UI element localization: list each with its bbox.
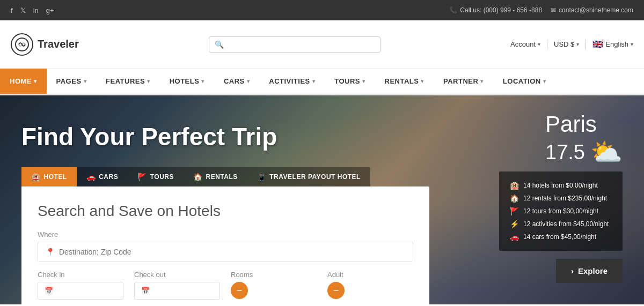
- stat-hotels-text: 14 hotels from $0,00/night: [523, 182, 598, 189]
- city-name: Paris: [545, 111, 623, 137]
- calendar-icon-checkin: 📅: [45, 287, 53, 295]
- stat-rentals-text: 12 rentals from $235,00/night: [523, 195, 607, 202]
- nav-rentals[interactable]: RENTALS ▾: [375, 69, 434, 94]
- stat-rentals: 🏠 12 rentals from $235,00/night: [510, 192, 612, 205]
- nav-location-label: LOCATION: [503, 77, 541, 85]
- stat-hotels: 🏨 14 hotels from $0,00/night: [510, 179, 612, 192]
- tab-hotel[interactable]: 🏨 HOTEL: [21, 167, 77, 186]
- cars-stat-icon: 🚗: [510, 233, 519, 241]
- nav-pages[interactable]: PAGES ▾: [47, 69, 97, 94]
- divider2: [586, 39, 586, 50]
- hotel-tab-icon: 🏨: [31, 173, 41, 181]
- divider: [547, 39, 547, 50]
- nav-features-label: FEATURES: [106, 77, 145, 85]
- language-label: English: [605, 40, 628, 48]
- twitter-link[interactable]: 𝕏: [20, 6, 26, 14]
- nav-location[interactable]: LOCATION ▾: [493, 69, 555, 94]
- facebook-link[interactable]: f: [11, 6, 13, 14]
- nav-cars-chevron: ▾: [247, 78, 250, 84]
- search-box[interactable]: 🔍: [209, 36, 380, 53]
- language-chevron-icon: ▾: [631, 41, 633, 47]
- nav-activities-label: ACTIVITIES: [269, 77, 310, 85]
- hero-title: Find Your Perfect Trip: [21, 122, 623, 151]
- rooms-decrement-button[interactable]: −: [231, 282, 248, 299]
- stat-tours-text: 12 tours from $30,00/night: [523, 207, 598, 215]
- email-label: contact@shinetheme.com: [559, 6, 633, 14]
- hotel-stat-icon: 🏨: [510, 181, 519, 190]
- nav-cars[interactable]: CARS ▾: [214, 69, 259, 94]
- calendar-icon-checkout: 📅: [141, 287, 150, 295]
- flag-icon: 🇬🇧: [592, 39, 603, 49]
- tours-tab-icon: 🚩: [137, 173, 147, 181]
- stat-activities: ⚡ 12 activities from $45,00/night: [510, 218, 612, 230]
- logo-icon: [11, 33, 33, 56]
- search-panel: Search and Save on Hotels Where 📍 Check …: [21, 186, 429, 304]
- explore-arrow-icon: ›: [571, 266, 574, 275]
- currency-button[interactable]: USD $ ▾: [554, 40, 579, 48]
- tab-tours[interactable]: 🚩 TOURS: [128, 167, 184, 186]
- nav-partner[interactable]: PARTNER ▾: [434, 69, 493, 94]
- hero-section: Find Your Perfect Trip 🏨 HOTEL 🚗 CARS 🚩 …: [0, 95, 644, 304]
- checkout-col: Check out 📅: [134, 271, 220, 300]
- checkin-label: Check in: [38, 271, 123, 279]
- nav-hotels[interactable]: HOTELS ▾: [160, 69, 214, 94]
- explore-button[interactable]: › Explore: [556, 259, 623, 283]
- tab-rentals[interactable]: 🏠 RENTALS: [184, 167, 247, 186]
- nav-tours-label: TOURS: [334, 77, 360, 85]
- payout-tab-icon: 📱: [257, 173, 267, 181]
- checkout-label: Check out: [134, 271, 220, 279]
- adult-label: Adult: [327, 271, 413, 279]
- tab-cars-label: CARS: [99, 173, 118, 181]
- linkedin-link[interactable]: in: [33, 6, 39, 14]
- adult-col: Adult −: [327, 271, 413, 300]
- nav-tours-chevron: ▾: [362, 78, 365, 84]
- temperature: 17.5: [545, 141, 585, 164]
- googleplus-link[interactable]: g+: [46, 6, 54, 14]
- stat-activities-text: 12 activities from $45,00/night: [523, 220, 609, 228]
- nav-partner-chevron: ▾: [480, 78, 484, 84]
- checkin-input[interactable]: 📅: [38, 282, 123, 300]
- form-row-dates: Check in 📅 Check out 📅 Rooms −: [38, 271, 413, 300]
- rentals-tab-icon: 🏠: [193, 173, 203, 181]
- rooms-col: Rooms −: [231, 271, 317, 300]
- nav-tours[interactable]: TOURS ▾: [325, 69, 375, 94]
- weather-icon: ⛅: [590, 137, 623, 167]
- stats-panel: 🏨 14 hotels from $0,00/night 🏠 12 rental…: [499, 171, 623, 251]
- nav-home[interactable]: HOME ▾: [0, 69, 47, 94]
- nav-features-chevron: ▾: [147, 78, 150, 84]
- weather-row: 17.5 ⛅: [545, 137, 623, 167]
- rentals-stat-icon: 🏠: [510, 194, 519, 203]
- destination-input-wrapper: 📍: [38, 242, 413, 262]
- nav-activities[interactable]: ACTIVITIES ▾: [259, 69, 325, 94]
- adult-decrement-button[interactable]: −: [327, 282, 345, 299]
- tab-cars[interactable]: 🚗 CARS: [77, 167, 128, 186]
- tab-tours-label: TOURS: [150, 173, 174, 181]
- explore-label: Explore: [578, 266, 608, 275]
- search-icon: 🔍: [215, 40, 224, 49]
- where-label: Where: [38, 230, 413, 238]
- nav-partner-label: PARTNER: [443, 77, 478, 85]
- nav-home-label: HOME: [10, 77, 32, 85]
- currency-label: USD $: [554, 40, 574, 48]
- nav-location-chevron: ▾: [543, 78, 546, 84]
- search-input[interactable]: [228, 40, 375, 49]
- contact-info: 📞 Call us: (000) 999 - 656 -888 ✉ contac…: [449, 6, 633, 14]
- logo[interactable]: Traveler: [11, 33, 79, 56]
- nav-features[interactable]: FEATURES ▾: [96, 69, 160, 94]
- tab-payout[interactable]: 📱 TRAVELER PAYOUT HOTEL: [247, 167, 370, 186]
- tab-rentals-label: RENTALS: [206, 173, 237, 181]
- tab-payout-label: TRAVELER PAYOUT HOTEL: [269, 173, 361, 181]
- site-header: Traveler 🔍 Account ▾ USD $ ▾ 🇬🇧 English …: [0, 20, 644, 69]
- phone-info: 📞 Call us: (000) 999 - 656 -888: [449, 6, 542, 14]
- destination-input[interactable]: [59, 248, 405, 256]
- checkout-input[interactable]: 📅: [134, 282, 220, 300]
- stat-tours: 🚩 12 tours from $30,00/night: [510, 205, 612, 218]
- stat-cars: 🚗 14 cars from $45,00/night: [510, 230, 612, 243]
- logo-text: Traveler: [38, 38, 79, 50]
- account-chevron-icon: ▾: [538, 41, 540, 47]
- search-panel-title: Search and Save on Hotels: [38, 203, 413, 220]
- account-button[interactable]: Account ▾: [510, 40, 540, 48]
- phone-label: Call us: (000) 999 - 656 -888: [460, 6, 542, 14]
- language-button[interactable]: 🇬🇧 English ▾: [592, 39, 633, 49]
- tab-hotel-label: HOTEL: [44, 173, 67, 181]
